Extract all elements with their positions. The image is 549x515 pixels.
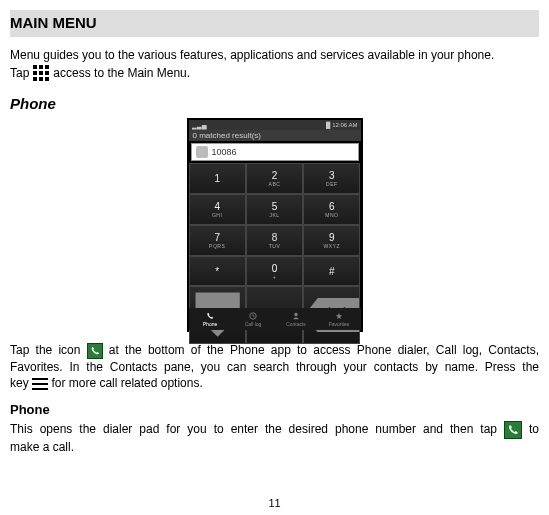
dialed-number-row[interactable]: 10086 xyxy=(191,143,359,161)
key-4[interactable]: 4GHI xyxy=(189,194,246,225)
subheading-phone: Phone xyxy=(10,402,539,417)
tab-calllog[interactable]: Call log xyxy=(232,308,275,330)
para2-b: at the bottom of the Phone app to access… xyxy=(109,343,539,357)
contact-avatar-icon xyxy=(196,146,208,158)
favorites-tab-icon xyxy=(335,312,343,320)
key-hash-num: # xyxy=(329,266,335,277)
para3-c: make a call. xyxy=(10,439,539,455)
key-3-sub: DEF xyxy=(326,181,338,187)
key-star-num: * xyxy=(215,266,219,277)
key-3[interactable]: 3DEF xyxy=(303,163,360,194)
key-3-num: 3 xyxy=(329,170,335,181)
dialed-number: 10086 xyxy=(212,147,237,157)
status-battery-icon: █ xyxy=(326,122,330,128)
intro-paragraph: Menu guides you to the various features,… xyxy=(10,47,539,81)
tab-phone[interactable]: Phone xyxy=(189,308,232,330)
key-6-sub: MNO xyxy=(325,212,338,218)
key-0-num: 0 xyxy=(272,263,278,274)
key-star[interactable]: * xyxy=(189,256,246,287)
para2-a: Tap the icon xyxy=(10,343,80,357)
key-7[interactable]: 7PQRS xyxy=(189,225,246,256)
phone-screenshot-container: ▂▃▅ █ 12:06 AM 0 matched result(s) 10086… xyxy=(10,118,539,332)
key-hash[interactable]: # xyxy=(303,256,360,287)
intro-access-text: access to the Main Menu. xyxy=(53,65,190,81)
key-8[interactable]: 8TUV xyxy=(246,225,303,256)
tab-favorites-label: Favorites xyxy=(329,321,350,327)
para2-d2: for more call related options. xyxy=(51,376,202,390)
page-title: MAIN MENU xyxy=(10,10,539,37)
key-7-num: 7 xyxy=(214,232,220,243)
matched-result-label: 0 matched result(s) xyxy=(189,130,361,141)
calllog-tab-icon xyxy=(249,312,257,320)
action-row xyxy=(189,286,361,308)
para2-c: Favorites. In the Contacts pane, you can… xyxy=(10,359,539,375)
key-2-sub: ABC xyxy=(269,181,281,187)
para3-a: This opens the dialer pad for you to ent… xyxy=(10,422,497,436)
tab-phone-label: Phone xyxy=(203,321,217,327)
menu-icon xyxy=(32,378,48,390)
key-4-num: 4 xyxy=(214,201,220,212)
key-6-num: 6 xyxy=(329,201,335,212)
key-0[interactable]: 0+ xyxy=(246,256,303,287)
phone-screenshot: ▂▃▅ █ 12:06 AM 0 matched result(s) 10086… xyxy=(187,118,363,332)
contacts-tab-icon xyxy=(292,312,300,320)
key-9[interactable]: 9WXYZ xyxy=(303,225,360,256)
tab-contacts[interactable]: Contacts xyxy=(275,308,318,330)
dialpad: 1 2ABC 3DEF 4GHI 5JKL 6MNO 7PQRS 8TUV 9W… xyxy=(189,163,361,286)
key-5[interactable]: 5JKL xyxy=(246,194,303,225)
key-2-num: 2 xyxy=(272,170,278,181)
key-6[interactable]: 6MNO xyxy=(303,194,360,225)
key-1-num: 1 xyxy=(214,173,220,184)
page-number: 11 xyxy=(0,497,549,509)
status-bar: ▂▃▅ █ 12:06 AM xyxy=(189,120,361,130)
tab-calllog-label: Call log xyxy=(245,321,262,327)
tab-bar: Phone Call log Contacts Favorites xyxy=(189,308,361,330)
key-2[interactable]: 2ABC xyxy=(246,163,303,194)
key-1[interactable]: 1 xyxy=(189,163,246,194)
app-grid-icon xyxy=(33,65,49,81)
call-icon xyxy=(504,421,522,439)
intro-line-1: Menu guides you to the various features,… xyxy=(10,47,539,63)
tab-contacts-label: Contacts xyxy=(286,321,306,327)
phone-app-icon xyxy=(87,343,103,359)
phone-tab-icon xyxy=(206,312,214,320)
key-7-sub: PQRS xyxy=(209,243,225,249)
tab-favorites[interactable]: Favorites xyxy=(318,308,361,330)
status-time: 12:06 AM xyxy=(332,122,357,128)
key-5-num: 5 xyxy=(272,201,278,212)
intro-tap-text: Tap xyxy=(10,65,29,81)
section-heading-phone: Phone xyxy=(10,95,539,112)
para2-d1: key xyxy=(10,376,29,390)
key-0-sub: + xyxy=(273,274,276,280)
paragraph-dialer: This opens the dialer pad for you to ent… xyxy=(10,421,539,455)
key-9-num: 9 xyxy=(329,232,335,243)
paragraph-tap-icon: Tap the icon at the bottom of the Phone … xyxy=(10,342,539,391)
key-9-sub: WXYZ xyxy=(324,243,340,249)
key-8-num: 8 xyxy=(272,232,278,243)
status-signal-icon: ▂▃▅ xyxy=(192,122,207,129)
key-4-sub: GHI xyxy=(212,212,222,218)
svg-point-2 xyxy=(294,313,297,316)
para3-b: to xyxy=(529,422,539,436)
key-8-sub: TUV xyxy=(269,243,281,249)
key-5-sub: JKL xyxy=(269,212,279,218)
